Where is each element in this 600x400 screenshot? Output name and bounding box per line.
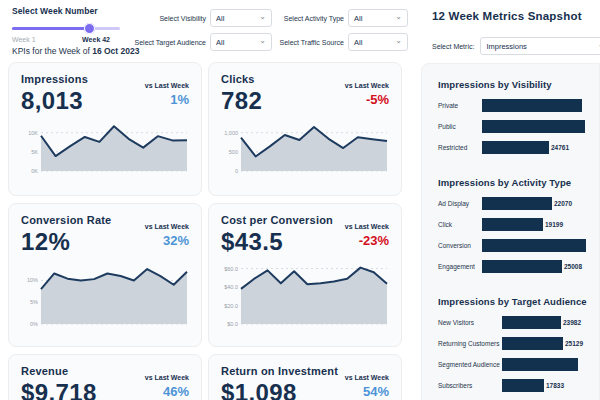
svg-text:0K: 0K [31,168,38,174]
kpi-trend-chart: 0K5K10K [21,117,189,181]
target-audience-select-value: All [216,38,224,47]
snapshot-section: Impressions by Target Audience New Visit… [438,296,599,392]
svg-text:500: 500 [229,149,238,155]
kpi-caption-prefix: KPIs for the Week of [12,46,90,56]
kpi-card: Clicks 782 vs Last Week -5% 05001,000 [208,62,402,196]
kpi-card-title: Cost per Conversion [221,214,333,226]
bar-row: Click 19199 [438,218,599,231]
kpi-card-title: Conversion Rate [21,214,111,226]
target-audience-select-label: Select Target Audience [128,39,208,46]
svg-text:$0.0: $0.0 [227,321,238,327]
chevron-down-icon: ⌄ [259,37,266,45]
metric-select-value: Impressions [486,42,526,51]
metric-select-group: Select Metric: Impressions ⌄ [432,37,600,55]
traffic-source-select[interactable]: All ⌄ [348,33,408,51]
week-slider-fill [12,27,89,30]
svg-text:10%: 10% [27,277,38,283]
bar-row: Ad Display 22070 [438,197,599,210]
snapshot-section-title: Impressions by Visibility [438,79,599,90]
kpi-delta-value: 32% [145,233,189,248]
bar-row: New Visitors 23982 [438,316,599,329]
week-slider-track[interactable] [12,27,120,30]
week-slider-thumb[interactable] [84,23,95,34]
kpi-card-value: $1,098 [221,380,338,400]
bar-label: Click [438,221,482,228]
traffic-source-select-label: Select Traffic Source [274,39,346,46]
target-audience-select[interactable]: All ⌄ [210,33,272,51]
bar-row: Public [438,120,599,133]
bar-value: 23982 [563,319,581,326]
kpi-trend-chart: 05001,000 [221,117,389,181]
kpi-vs-last-week-label: vs Last Week [145,82,189,89]
bar-row: Conversion [438,239,599,252]
bar-label: Ad Display [438,200,482,207]
kpi-card-title: Clicks [221,73,262,85]
kpi-caption-date: 16 Oct 2023 [92,46,139,56]
snapshot-section: Impressions by Activity Type Ad Display … [438,177,599,273]
filter-dropdowns: Select Visibility All ⌄ Select Activity … [128,9,408,51]
svg-text:$20.0: $20.0 [224,303,238,309]
kpi-cards-grid: Impressions 8,013 vs Last Week 1% 0K5K10… [8,62,402,400]
kpi-card-value: $43.5 [221,229,333,255]
visibility-select[interactable]: All ⌄ [210,9,272,27]
kpi-card-title: Return on Investment [221,365,338,377]
bar [502,337,563,350]
svg-text:10K: 10K [28,130,38,136]
activity-type-select[interactable]: All ⌄ [348,9,408,27]
bar-value: 25129 [565,340,583,347]
kpi-trend-chart: $0.0$20.0$40.0$60.0 [221,258,389,334]
kpi-delta-value: -23% [345,233,389,248]
kpi-card: Return on Investment $1,098 vs Last Week… [208,354,402,400]
visibility-select-value: All [216,14,224,23]
kpi-delta-value: 1% [145,92,189,107]
chevron-down-icon: ⌄ [259,13,266,21]
bar [502,358,578,371]
svg-text:0%: 0% [30,321,38,327]
chevron-down-icon: ⌄ [395,13,402,21]
svg-text:1,000: 1,000 [224,130,238,136]
bar-value: 22070 [554,200,572,207]
svg-text:5K: 5K [31,149,38,155]
bar-label: Returning Customers [438,340,502,347]
snapshot-panel-title: 12 Week Metrics Snapshot [432,10,582,22]
bar-value: 17833 [546,382,564,389]
kpi-card: Revenue $9,718 vs Last Week 46% [8,354,202,400]
kpi-card-value: 12% [21,229,111,255]
kpi-vs-last-week-label: vs Last Week [345,374,389,381]
kpi-card-value: $9,718 [21,380,97,400]
metrics-snapshot-panel: Impressions by Visibility Private Public… [421,63,600,400]
snapshot-section-title: Impressions by Target Audience [438,296,599,307]
week-slider-value-label: Week 42 [82,36,110,43]
bar-label: Public [438,123,482,130]
kpi-vs-last-week-label: vs Last Week [145,223,189,230]
bar-value: 24761 [551,144,569,151]
kpi-card-value: 8,013 [21,88,88,114]
bar [482,218,543,231]
svg-text:0: 0 [235,168,238,174]
bar-row: Returning Customers 25129 [438,337,599,350]
kpi-card-title: Revenue [21,365,97,377]
svg-text:$60.0: $60.0 [224,266,238,272]
bar-row: Engagement 25008 [438,260,599,273]
snapshot-section: Impressions by Visibility Private Public… [438,79,599,154]
bar [482,260,562,273]
bar-row: Segmented Audience [438,358,599,371]
metric-select[interactable]: Impressions ⌄ [480,37,600,55]
bar-value: 19199 [545,221,563,228]
kpi-week-caption: KPIs for the Week of 16 Oct 2023 [12,46,139,56]
bar-row: Restricted 24761 [438,141,599,154]
kpi-card: Cost per Conversion $43.5 vs Last Week -… [208,203,402,347]
kpi-delta-value: -5% [345,92,389,107]
bar-label: New Visitors [438,319,502,326]
kpi-vs-last-week-label: vs Last Week [145,374,189,381]
kpi-vs-last-week-label: vs Last Week [345,82,389,89]
bar [482,197,552,210]
kpi-vs-last-week-label: vs Last Week [345,223,389,230]
svg-text:5%: 5% [30,299,38,305]
bar [482,239,586,252]
week-slider-label: Select Week Number [12,6,120,16]
bar-label: Subscribers [438,382,502,389]
week-slider-min-label: Week 1 [12,36,36,43]
kpi-card-value: 782 [221,88,262,114]
bar-label: Private [438,102,482,109]
